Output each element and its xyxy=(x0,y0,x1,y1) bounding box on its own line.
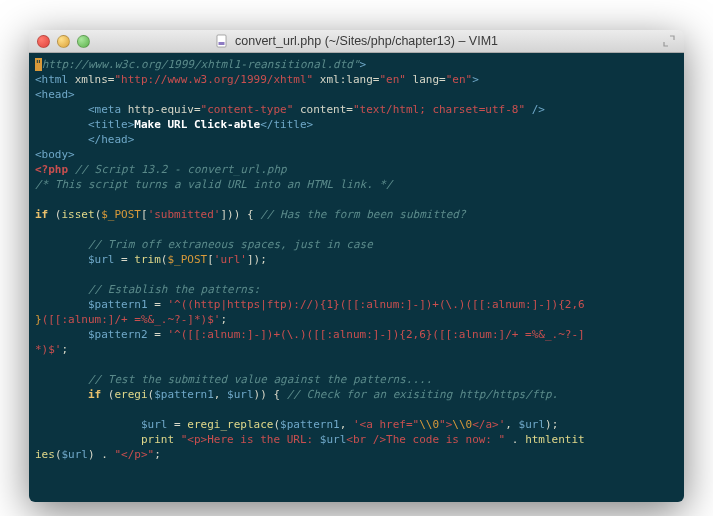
code-text: '^([[:alnum:]-])+(\.)([[:alnum:]-]){2,6}… xyxy=(167,328,584,341)
code-text xyxy=(174,433,181,446)
code-text: \\0 xyxy=(419,418,439,431)
code-text: $url xyxy=(320,433,347,446)
code-text: if xyxy=(88,388,101,401)
code-text: ) xyxy=(227,208,234,221)
code-text: > xyxy=(472,73,479,86)
code-text: , xyxy=(505,418,518,431)
code-text: <head> xyxy=(35,88,75,101)
code-text: ; xyxy=(62,343,69,356)
code-text: if xyxy=(35,208,48,221)
code-text: = xyxy=(148,328,168,341)
code-text: ; xyxy=(220,313,227,326)
code-text: "content-type" xyxy=(201,103,294,116)
code-text: } xyxy=(35,313,42,326)
code-text: $pattern2 xyxy=(88,328,148,341)
code-text: "text/html; charset=utf-8" xyxy=(353,103,525,116)
code-text: = xyxy=(167,418,187,431)
code-text: <html xyxy=(35,73,68,86)
code-text: ( xyxy=(101,388,114,401)
close-icon[interactable] xyxy=(37,35,50,48)
code-text: *)$' xyxy=(35,343,62,356)
svg-rect-1 xyxy=(219,42,225,45)
code-text: ) . xyxy=(88,448,115,461)
code-text: $pattern1 xyxy=(154,388,214,401)
code-text: /> xyxy=(525,103,545,116)
code-text xyxy=(35,433,141,446)
code-text: <br />The code is now: " xyxy=(346,433,505,446)
window-title: convert_url.php (~/Sites/php/chapter13) … xyxy=(235,34,498,48)
code-text: <body> xyxy=(35,148,75,161)
code-text: $url xyxy=(62,448,89,461)
code-text: </head> xyxy=(35,133,134,146)
code-editor[interactable]: "http://www.w3c.org/1999/xhtml1-reansiti… xyxy=(29,53,684,502)
code-text: '<a href=" xyxy=(353,418,419,431)
code-text: isset xyxy=(62,208,95,221)
code-text: ) { xyxy=(260,388,280,401)
code-text: [ xyxy=(207,253,214,266)
code-text: // Script 13.2 - convert_url.php xyxy=(68,163,287,176)
maximize-icon[interactable] xyxy=(662,34,676,48)
code-text: $url xyxy=(141,418,168,431)
code-text: "http://www.w3.org/1999/xhtml" xyxy=(114,73,313,86)
zoom-icon[interactable] xyxy=(77,35,90,48)
code-text: ([[:alnum:]/+ =%&_.~?-]*)$' xyxy=(42,313,221,326)
code-text: /* This script turns a valid URL into an… xyxy=(35,178,393,191)
code-text: htmlentit xyxy=(525,433,585,446)
code-text: // Establish the patterns: xyxy=(35,283,260,296)
window-title-wrap: convert_url.php (~/Sites/php/chapter13) … xyxy=(29,34,684,48)
code-text: http://www.w3c.org/1999/xhtml1-reansitio… xyxy=(42,58,360,71)
code-text: // Has the form been submitted? xyxy=(254,208,466,221)
code-text: = xyxy=(148,298,168,311)
code-text: ) { xyxy=(234,208,254,221)
code-text: // Test the submitted value against the … xyxy=(35,373,432,386)
file-icon xyxy=(215,34,229,48)
code-text: ); xyxy=(545,418,558,431)
code-text: $url xyxy=(227,388,254,401)
code-text: \\0 xyxy=(452,418,472,431)
code-text: // Check for an exisiting http/https/ftp… xyxy=(280,388,558,401)
code-text: lang= xyxy=(406,73,446,86)
code-text: print xyxy=(141,433,174,446)
svg-rect-0 xyxy=(217,35,226,47)
code-text xyxy=(35,388,88,401)
code-text: ); xyxy=(254,253,267,266)
code-text: "en" xyxy=(446,73,473,86)
code-text: > xyxy=(360,58,367,71)
code-text: $pattern1 xyxy=(280,418,340,431)
code-text: , xyxy=(214,388,227,401)
code-text: // Trim off extraneous spaces, just in c… xyxy=(35,238,373,251)
code-text: $pattern1 xyxy=(88,298,148,311)
code-text: </title> xyxy=(260,118,313,131)
code-text: = xyxy=(114,253,134,266)
code-text: Make URL Click-able xyxy=(134,118,260,131)
code-text xyxy=(35,418,141,431)
code-text: xml:lang= xyxy=(313,73,379,86)
traffic-lights xyxy=(37,35,90,48)
code-text xyxy=(35,253,88,266)
code-text: <meta xyxy=(35,103,121,116)
code-text: 'url' xyxy=(214,253,247,266)
code-text: "<p>Here is the URL: xyxy=(181,433,320,446)
code-text: xmlns= xyxy=(68,73,114,86)
code-text text: ies xyxy=(35,448,55,461)
code-text: "> xyxy=(439,418,452,431)
code-text: ( xyxy=(55,448,62,461)
code-text: "en" xyxy=(379,73,406,86)
code-text: eregi xyxy=(114,388,147,401)
minimize-icon[interactable] xyxy=(57,35,70,48)
cursor: " xyxy=(35,58,42,71)
code-text: $url xyxy=(88,253,115,266)
titlebar[interactable]: convert_url.php (~/Sites/php/chapter13) … xyxy=(29,30,684,53)
code-text: http-equiv= xyxy=(121,103,200,116)
code-text: <?php xyxy=(35,163,68,176)
window: convert_url.php (~/Sites/php/chapter13) … xyxy=(29,30,684,502)
code-text: ( xyxy=(48,208,61,221)
code-text: . xyxy=(505,433,525,446)
code-text: ] xyxy=(247,253,254,266)
code-text: $_POST xyxy=(167,253,207,266)
code-text: $_POST xyxy=(101,208,141,221)
code-text: <title> xyxy=(35,118,134,131)
code-text: ; xyxy=(154,448,161,461)
code-text: "</p>" xyxy=(115,448,155,461)
code-text: 'submitted' xyxy=(148,208,221,221)
